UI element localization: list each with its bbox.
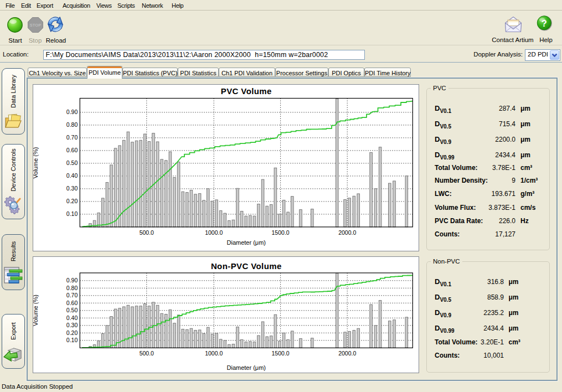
svg-text:0.20: 0.20 — [66, 198, 78, 204]
svg-text:0.40: 0.40 — [66, 172, 78, 179]
svg-text:2000.0: 2000.0 — [338, 229, 356, 236]
svg-text:Diameter (μm): Diameter (μm) — [227, 364, 266, 370]
svg-text:0.70: 0.70 — [66, 292, 78, 298]
svg-text:0.60: 0.60 — [66, 147, 78, 153]
svg-text:0.50: 0.50 — [66, 307, 78, 313]
svg-text:0.10: 0.10 — [66, 337, 78, 343]
svg-text:0.30: 0.30 — [66, 322, 78, 328]
svg-text:Non-PVC Volume: Non-PVC Volume — [211, 261, 282, 271]
svg-text:Diameter (μm): Diameter (μm) — [227, 239, 266, 246]
svg-text:PVC Volume: PVC Volume — [221, 86, 272, 96]
svg-text:500.0: 500.0 — [140, 350, 154, 357]
svg-text:500.0: 500.0 — [140, 229, 154, 236]
svg-text:0.90: 0.90 — [66, 277, 78, 283]
svg-text:0.20: 0.20 — [66, 329, 78, 336]
svg-text:2000.0: 2000.0 — [338, 350, 356, 357]
svg-text:Volume (%): Volume (%) — [33, 295, 39, 326]
svg-text:0.90: 0.90 — [66, 109, 78, 115]
svg-text:STOP: STOP — [30, 23, 41, 28]
svg-text:0.60: 0.60 — [66, 299, 78, 306]
svg-text:Volume (%): Volume (%) — [33, 147, 39, 179]
svg-text:0.10: 0.10 — [66, 210, 78, 217]
svg-text:0.80: 0.80 — [66, 121, 78, 128]
svg-text:0.30: 0.30 — [66, 185, 78, 192]
svg-text:0.50: 0.50 — [66, 159, 78, 166]
svg-text:0.70: 0.70 — [66, 134, 78, 141]
svg-text:1500.0: 1500.0 — [272, 350, 290, 357]
svg-text:1000.0: 1000.0 — [205, 350, 223, 357]
svg-text:1500.0: 1500.0 — [272, 229, 290, 236]
svg-text:?: ? — [542, 18, 547, 28]
svg-text:0.40: 0.40 — [66, 314, 78, 321]
svg-text:1000.0: 1000.0 — [205, 229, 223, 236]
svg-text:0.80: 0.80 — [66, 284, 78, 291]
